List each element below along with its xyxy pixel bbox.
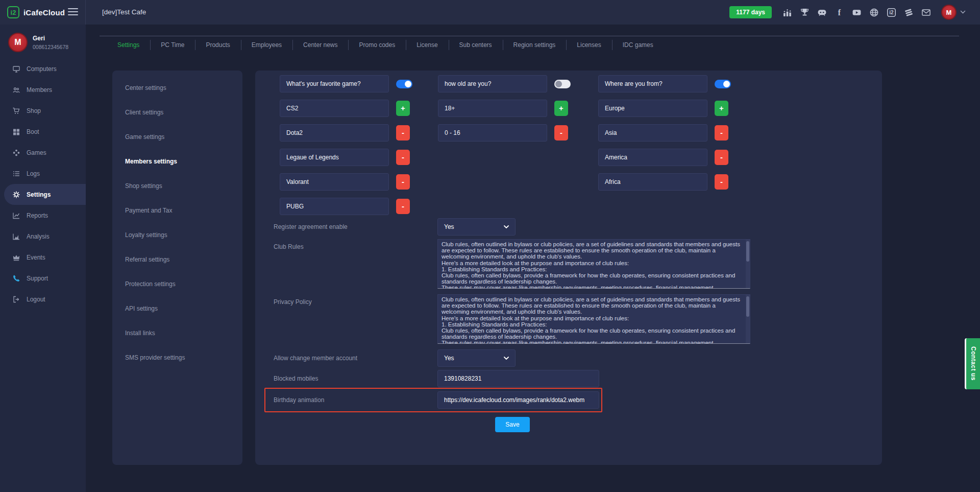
sidebar-item-settings[interactable]: Settings — [4, 184, 86, 205]
remove-option-button[interactable]: - — [715, 150, 728, 165]
sidebar-item-support[interactable]: Support — [0, 268, 86, 289]
option-input[interactable]: CS2 — [280, 100, 389, 117]
register-agreement-label: Register agreement enable — [274, 223, 348, 230]
sidebar-item-label: Boot — [27, 128, 39, 135]
youtube-icon[interactable] — [851, 7, 862, 17]
submenu-loyalty-settings[interactable]: Loyalty settings — [112, 223, 242, 247]
icafecloud-icon[interactable]: i2 — [886, 7, 896, 17]
register-agreement-value: Yes — [444, 223, 454, 230]
question-age-input[interactable]: how old are you? — [438, 75, 547, 92]
globe-icon[interactable] — [869, 7, 879, 17]
submenu-protection-settings[interactable]: Protection settings — [112, 272, 242, 296]
brand: i2 iCafeCloud — [0, 0, 86, 25]
tab-licenses[interactable]: Licenses — [566, 36, 611, 53]
tab-idc-games[interactable]: IDC games — [612, 36, 664, 53]
user-avatar: M — [941, 5, 957, 20]
question-favorite-game-input[interactable]: What's your favorite game? — [280, 75, 389, 92]
remove-option-button[interactable]: - — [396, 174, 410, 190]
birthday-animation-input[interactable]: https://dev.icafecloud.com/images/rank/d… — [437, 391, 599, 409]
windows-icon — [12, 128, 20, 136]
age-toggle[interactable] — [554, 80, 571, 88]
option-input[interactable]: America — [598, 149, 707, 166]
sidebar-item-label: Events — [27, 254, 45, 261]
option-input[interactable]: 18+ — [438, 100, 547, 117]
sidebar-item-computers[interactable]: Computers — [0, 58, 86, 79]
submenu-client-settings[interactable]: Client settings — [112, 100, 242, 125]
region-toggle[interactable] — [715, 80, 731, 88]
blocked-mobiles-input[interactable]: 13910828231 — [437, 370, 599, 387]
option-input[interactable]: Europe — [598, 100, 707, 117]
mail-icon[interactable] — [921, 7, 931, 17]
add-option-button[interactable]: + — [396, 101, 410, 116]
submenu-center-settings[interactable]: Center settings — [112, 76, 242, 100]
submenu-install-links[interactable]: Install links — [112, 321, 242, 345]
tab-employees[interactable]: Employees — [241, 36, 292, 53]
sidebar-avatar-letter: M — [14, 38, 21, 47]
sidebar-item-events[interactable]: Events — [0, 247, 86, 268]
tab-settings[interactable]: Settings — [107, 36, 150, 53]
submenu-shop-settings[interactable]: Shop settings — [112, 174, 242, 198]
sidebar-item-members[interactable]: Members — [0, 79, 86, 100]
remove-option-button[interactable]: - — [396, 125, 410, 140]
option-input[interactable]: 0 - 16 — [438, 124, 547, 142]
save-button[interactable]: Save — [495, 417, 530, 432]
sidebar-item-logs[interactable]: Logs — [0, 163, 86, 184]
sidebar-item-boot[interactable]: Boot — [0, 121, 86, 142]
account-menu[interactable]: M — [941, 5, 966, 20]
submenu-sms-provider-settings[interactable]: SMS provider settings — [112, 345, 242, 370]
tab-center-news[interactable]: Center news — [292, 36, 348, 53]
allow-change-select[interactable]: Yes — [437, 349, 516, 367]
hamburger-menu-icon[interactable] — [67, 7, 79, 17]
license-days-badge[interactable]: 1177 days — [729, 6, 772, 18]
contact-us-button[interactable]: Contact us — [965, 338, 980, 389]
remove-option-button[interactable]: - — [396, 199, 410, 214]
sidebar-item-shop[interactable]: Shop — [0, 100, 86, 121]
tab-pc-time[interactable]: PC Time — [150, 36, 195, 53]
option-input[interactable]: Dota2 — [280, 124, 389, 142]
submenu-referral-settings[interactable]: Referral settings — [112, 247, 242, 272]
icafe-glyph: i2 — [889, 10, 894, 15]
layers-icon[interactable] — [903, 7, 914, 17]
tab-sub-centers[interactable]: Sub centers — [449, 36, 503, 53]
settings-submenu: Center settings Client settings Game set… — [112, 71, 242, 465]
ranking-icon[interactable] — [782, 7, 792, 17]
submenu-api-settings[interactable]: API settings — [112, 296, 242, 321]
survey-column-age: how old are you? 18+ + 0 - 16 - — [438, 75, 571, 149]
tab-license[interactable]: License — [406, 36, 448, 53]
remove-option-button[interactable]: - — [715, 125, 728, 140]
tab-region-settings[interactable]: Region settings — [503, 36, 567, 53]
sidebar-item-label: Support — [27, 275, 48, 282]
option-input[interactable]: Africa — [598, 173, 707, 191]
facebook-icon[interactable]: f — [834, 7, 844, 17]
tab-products[interactable]: Products — [195, 36, 240, 53]
sidebar: M Geri 008612345678 Computers Members Sh… — [0, 25, 86, 492]
submenu-game-settings[interactable]: Game settings — [112, 125, 242, 149]
option-input[interactable]: PUBG — [280, 198, 389, 215]
trophy-icon[interactable] — [799, 7, 810, 17]
privacy-policy-textarea[interactable]: Club rules, often outlined in bylaws or … — [437, 294, 750, 344]
remove-option-button[interactable]: - — [715, 174, 728, 190]
submenu-payment-and-tax[interactable]: Payment and Tax — [112, 198, 242, 223]
sidebar-item-analysis[interactable]: Analysis — [0, 226, 86, 247]
add-option-button[interactable]: + — [554, 101, 568, 116]
discord-icon[interactable] — [817, 7, 827, 17]
sidebar-item-reports[interactable]: Reports — [0, 205, 86, 226]
option-input[interactable]: Valorant — [280, 173, 389, 191]
option-input[interactable]: Legaue of Legends — [280, 149, 389, 166]
remove-option-button[interactable]: - — [554, 125, 568, 140]
add-option-button[interactable]: + — [715, 101, 728, 116]
register-agreement-select[interactable]: Yes — [437, 218, 516, 236]
club-rules-textarea[interactable]: Club rules, often outlined in bylaws or … — [437, 239, 750, 289]
sidebar-item-games[interactable]: Games — [0, 142, 86, 163]
allow-change-label: Allow change member account — [274, 355, 357, 362]
remove-option-button[interactable]: - — [396, 150, 410, 165]
sidebar-item-label: Settings — [27, 191, 51, 198]
topbar: i2 iCafeCloud [dev]Test Cafe 1177 days f — [0, 0, 980, 25]
favorite-game-toggle[interactable] — [396, 80, 412, 88]
option-input[interactable]: Asia — [598, 124, 707, 142]
submenu-members-settings[interactable]: Members settings — [112, 149, 242, 174]
line-chart-icon — [12, 212, 20, 220]
sidebar-item-logout[interactable]: Logout — [0, 289, 86, 310]
question-region-input[interactable]: Where are you from? — [598, 75, 707, 92]
tab-promo-codes[interactable]: Promo codes — [348, 36, 406, 53]
